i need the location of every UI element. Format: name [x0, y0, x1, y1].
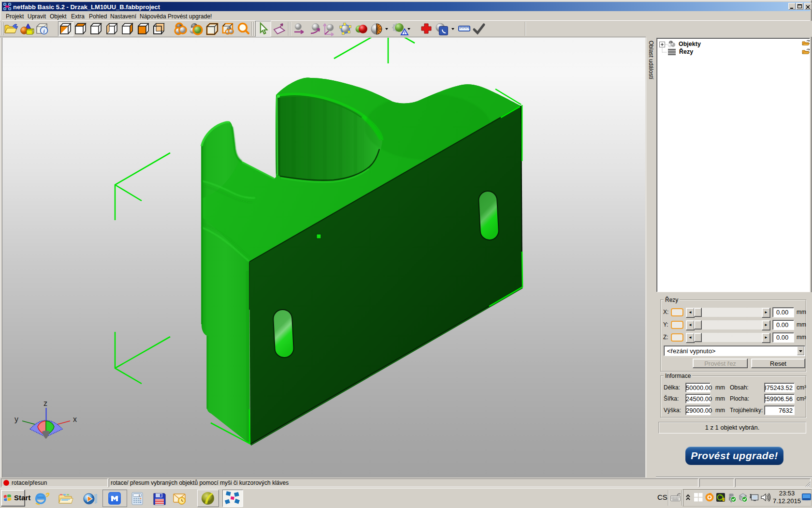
svg-text:!: ! — [723, 498, 724, 501]
svg-text:x: x — [73, 415, 77, 423]
svg-text:y: y — [14, 415, 18, 423]
svg-text:0: 0 — [139, 494, 140, 497]
svg-text:z: z — [44, 399, 47, 407]
svg-text:!: ! — [404, 30, 406, 35]
